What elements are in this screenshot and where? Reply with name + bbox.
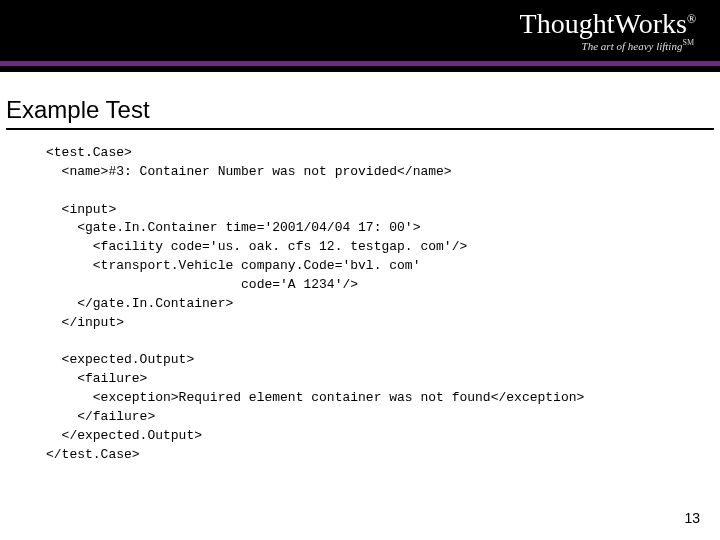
page-title: Example Test (6, 96, 714, 126)
code-line: </test.Case> (46, 447, 140, 462)
header-bar: ThoughtWorks® The art of heavy liftingSM (0, 0, 720, 72)
brand-name-text: ThoughtWorks (520, 8, 687, 39)
code-line: <input> (46, 202, 116, 217)
slide: ThoughtWorks® The art of heavy liftingSM… (0, 0, 720, 540)
code-line: <transport.Vehicle company.Code='bvl. co… (46, 258, 420, 273)
service-mark: SM (682, 38, 694, 47)
code-line: <test.Case> (46, 145, 132, 160)
code-line: <exception>Required element container wa… (46, 390, 584, 405)
brand-tagline: The art of heavy liftingSM (520, 38, 694, 52)
registered-mark: ® (687, 12, 696, 26)
header-accent-rule (0, 61, 720, 66)
title-block: Example Test (0, 72, 720, 130)
code-line: <gate.In.Container time='2001/04/04 17: … (46, 220, 420, 235)
brand-name: ThoughtWorks® (520, 8, 696, 40)
code-line: </input> (46, 315, 124, 330)
page-number: 13 (684, 510, 700, 526)
brand-logo: ThoughtWorks® The art of heavy liftingSM (520, 8, 696, 52)
brand-tagline-text: The art of heavy lifting (582, 40, 683, 52)
code-line: <expected.Output> (46, 352, 194, 367)
code-line: <facility code='us. oak. cfs 12. testgap… (46, 239, 467, 254)
code-line: </expected.Output> (46, 428, 202, 443)
code-line: </failure> (46, 409, 155, 424)
code-line: code='A 1234'/> (46, 277, 358, 292)
code-line: <failure> (46, 371, 147, 386)
code-line: </gate.In.Container> (46, 296, 233, 311)
code-block: <test.Case> <name>#3: Container Number w… (0, 130, 720, 464)
code-line: <name>#3: Container Number was not provi… (46, 164, 452, 179)
